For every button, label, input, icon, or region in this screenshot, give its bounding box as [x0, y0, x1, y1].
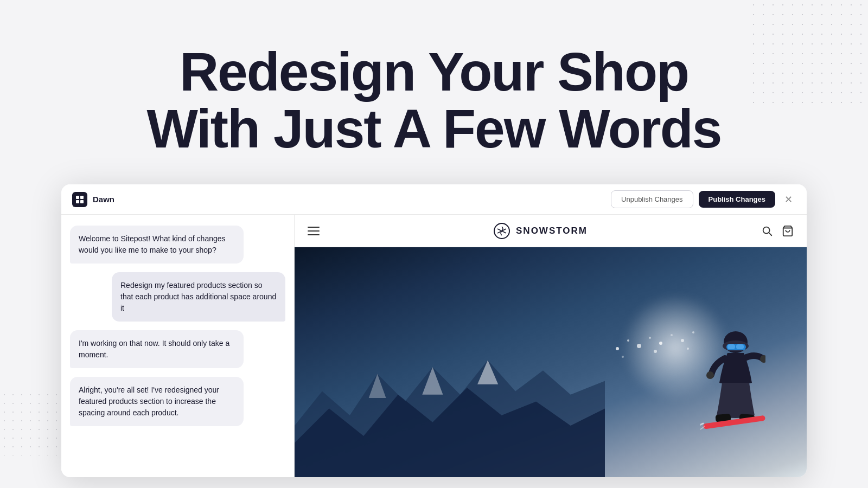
unpublish-button[interactable]: Unpublish Changes	[611, 190, 693, 208]
snowboarder-figure	[700, 323, 765, 442]
svg-point-26	[654, 350, 657, 353]
svg-rect-11	[736, 344, 744, 349]
svg-point-20	[649, 337, 651, 339]
svg-point-18	[627, 339, 629, 342]
svg-point-17	[616, 347, 619, 350]
snow-particles	[607, 316, 704, 381]
svg-point-22	[671, 334, 673, 336]
close-icon: ✕	[784, 194, 793, 206]
app-icon	[72, 192, 87, 207]
store-header-icons	[761, 225, 794, 237]
store-header: SNOWSTORM	[295, 215, 807, 247]
svg-point-25	[622, 356, 624, 358]
chat-panel: Welcome to Sitepost! What kind of change…	[61, 215, 295, 477]
chat-message-2: Redesign my featured products section so…	[112, 272, 285, 322]
hero-title: Redesign Your Shop With Just A Few Words	[0, 43, 868, 157]
svg-point-27	[687, 348, 689, 350]
window-titlebar: Dawn Unpublish Changes Publish Changes ✕	[61, 184, 807, 215]
svg-point-12	[706, 371, 714, 379]
window-body: Welcome to Sitepost! What kind of change…	[61, 215, 807, 477]
close-button[interactable]: ✕	[781, 192, 796, 207]
svg-point-19	[637, 344, 641, 348]
svg-point-24	[692, 331, 694, 333]
preview-panel: SNOWSTORM	[295, 215, 807, 477]
chat-message-3: I'm working on that now. It should only …	[70, 330, 244, 368]
svg-rect-10	[727, 344, 735, 349]
svg-point-23	[681, 339, 684, 342]
svg-rect-0	[76, 196, 79, 199]
store-logo: SNOWSTORM	[493, 222, 588, 240]
window-title: Dawn	[93, 195, 114, 204]
dots-decoration-bottom-left	[0, 390, 65, 455]
store-hero-image	[295, 247, 807, 477]
titlebar-left: Dawn	[72, 192, 114, 207]
svg-rect-2	[76, 200, 79, 203]
svg-rect-3	[80, 200, 84, 203]
hero-heading: Redesign Your Shop With Just A Few Words	[0, 43, 868, 157]
cart-icon[interactable]	[782, 225, 794, 237]
hero-bg	[295, 247, 807, 477]
app-logo-icon	[75, 195, 84, 204]
store-logo-icon	[493, 222, 510, 240]
search-icon[interactable]	[761, 225, 773, 237]
svg-point-21	[659, 342, 662, 345]
publish-button[interactable]: Publish Changes	[699, 191, 775, 208]
store-logo-text: SNOWSTORM	[516, 226, 588, 236]
svg-rect-1	[80, 196, 84, 199]
chat-message-4: Alright, you're all set! I've redesigned…	[70, 377, 244, 426]
titlebar-actions: Unpublish Changes Publish Changes ✕	[611, 190, 796, 208]
chat-message-1: Welcome to Sitepost! What kind of change…	[70, 226, 244, 264]
menu-icon[interactable]	[308, 227, 320, 235]
app-window: Dawn Unpublish Changes Publish Changes ✕…	[61, 184, 807, 477]
mountain-silhouette	[295, 339, 605, 477]
